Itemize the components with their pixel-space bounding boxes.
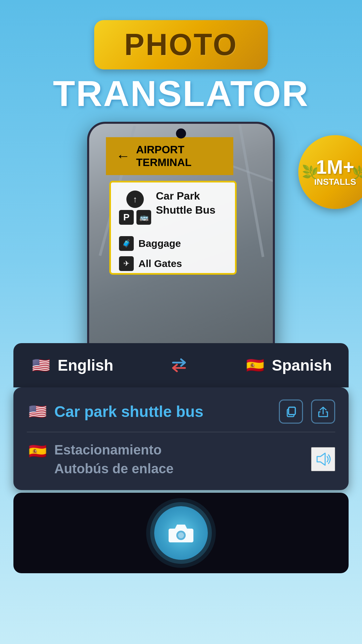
- copy-button[interactable]: [279, 399, 303, 424]
- airport-sign: ← AIRPORT TERMINAL: [106, 137, 233, 175]
- photo-badge: PHOTO: [94, 20, 268, 69]
- source-row: 🇺🇸 Car park shuttle bus: [27, 399, 335, 424]
- target-language[interactable]: 🇪🇸 Spanish: [244, 355, 332, 376]
- header: PHOTO TRANSLATOR: [0, 0, 362, 122]
- bottom-panel: 🇺🇸 English 🇪🇸 Spanish 🇺🇸: [0, 343, 362, 573]
- camera-button[interactable]: [154, 506, 208, 560]
- gates-text: All Gates: [138, 258, 182, 269]
- target-row: 🇪🇸 EstacionamientoAutobús de enlace: [27, 440, 335, 478]
- baggage-icon: 🧳: [119, 236, 134, 251]
- scan-top: ↑ P 🚌 Car ParkShuttle Bus: [111, 182, 235, 228]
- svg-rect-1: [289, 407, 295, 415]
- laurel-left-icon: 🌿: [302, 164, 318, 180]
- camera-area: [13, 493, 349, 573]
- share-button[interactable]: [311, 399, 335, 424]
- card-actions: [279, 399, 335, 424]
- svg-point-5: [188, 531, 190, 533]
- target-result-text: EstacionamientoAutobús de enlace: [54, 440, 174, 478]
- photo-label: PHOTO: [124, 28, 238, 62]
- camera-icon: [168, 521, 194, 545]
- speaker-icon: [314, 450, 333, 469]
- up-arrow-icon: ↑: [126, 191, 144, 208]
- phone-mockup: ← AIRPORT TERMINAL ↑ P 🚌 Car Par: [87, 122, 275, 363]
- target-lang-label: Spanish: [272, 356, 332, 374]
- speaker-button[interactable]: [311, 447, 335, 471]
- airport-line2: TERMINAL: [136, 156, 191, 169]
- source-lang-label: English: [58, 356, 113, 374]
- laurel-right-icon: 🌿: [352, 164, 362, 180]
- scan-box: ↑ P 🚌 Car ParkShuttle Bus 🧳 Baggage ✈: [109, 181, 237, 275]
- phone-notch: [176, 128, 186, 139]
- svg-point-4: [178, 532, 184, 538]
- target-result-flag: 🇪🇸: [27, 440, 48, 462]
- airport-line1: AIRPORT: [136, 143, 191, 156]
- copy-icon: [285, 405, 297, 418]
- installs-badge: 🌿 🌿 1M+ INSTALLS: [298, 135, 362, 209]
- installs-number: 1M+: [316, 157, 354, 177]
- scan-main-text: Car ParkShuttle Bus: [156, 189, 216, 217]
- installs-label: INSTALLS: [314, 177, 356, 187]
- source-language[interactable]: 🇺🇸 English: [30, 355, 113, 376]
- parking-icon: P: [119, 210, 134, 225]
- target-flag: 🇪🇸: [244, 355, 266, 376]
- bus-icon: 🚌: [136, 210, 151, 225]
- phone-section: ← AIRPORT TERMINAL ↑ P 🚌 Car Par: [0, 122, 362, 363]
- swap-icon-svg: [167, 353, 191, 377]
- translator-title: TRANSLATOR: [53, 75, 309, 112]
- language-bar: 🇺🇸 English 🇪🇸 Spanish: [13, 343, 349, 387]
- camera-background: ← AIRPORT TERMINAL ↑ P 🚌 Car Par: [89, 124, 273, 361]
- share-icon: [317, 405, 329, 418]
- card-divider: [27, 432, 335, 432]
- source-flag: 🇺🇸: [30, 355, 52, 376]
- target-left: 🇪🇸 EstacionamientoAutobús de enlace: [27, 440, 311, 478]
- translation-card: 🇺🇸 Car park shuttle bus: [13, 387, 349, 490]
- baggage-row: 🧳 Baggage: [111, 233, 235, 254]
- baggage-text: Baggage: [138, 238, 181, 249]
- source-result-flag: 🇺🇸: [27, 401, 48, 422]
- gates-icon: ✈: [119, 256, 134, 271]
- source-result-text: Car park shuttle bus: [54, 402, 203, 421]
- scan-icons: ↑ P 🚌: [119, 189, 151, 225]
- source-left: 🇺🇸 Car park shuttle bus: [27, 401, 203, 422]
- swap-button[interactable]: [167, 353, 191, 377]
- arrow-icon: ←: [116, 148, 130, 164]
- gates-row: ✈ All Gates: [111, 254, 235, 274]
